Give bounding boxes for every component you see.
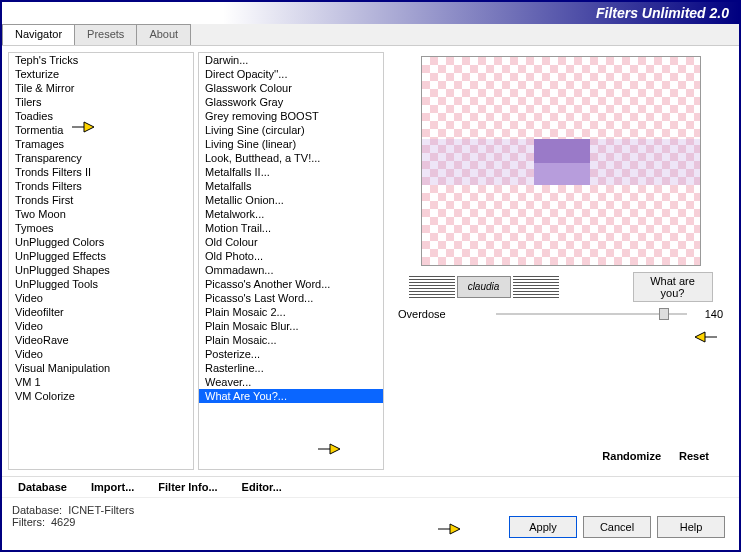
list-item[interactable]: Tramages: [9, 137, 193, 151]
dialog-buttons: Apply Cancel Help: [509, 516, 725, 538]
filters-value: 4629: [51, 516, 75, 528]
slider-thumb[interactable]: [659, 308, 669, 320]
list-item[interactable]: Motion Trail...: [199, 221, 383, 235]
randomize-button[interactable]: Randomize: [602, 450, 661, 462]
tab-about[interactable]: About: [136, 24, 191, 45]
list-item[interactable]: Plain Mosaic 2...: [199, 305, 383, 319]
tabs: Navigator Presets About: [2, 24, 739, 46]
list-item[interactable]: Tronds Filters II: [9, 165, 193, 179]
filter-list[interactable]: Darwin...Direct Opacity''...Glasswork Co…: [198, 52, 384, 470]
apply-button[interactable]: Apply: [509, 516, 577, 538]
list-item[interactable]: UnPlugged Colors: [9, 235, 193, 249]
list-item[interactable]: Videofilter: [9, 305, 193, 319]
list-item[interactable]: Posterize...: [199, 347, 383, 361]
list-item[interactable]: Tilers: [9, 95, 193, 109]
list-item[interactable]: Direct Opacity''...: [199, 67, 383, 81]
pointer-icon: [70, 118, 96, 136]
list-item[interactable]: Texturize: [9, 67, 193, 81]
list-item[interactable]: Living Sine (circular): [199, 123, 383, 137]
pointer-icon: [316, 440, 342, 458]
pointer-icon: [436, 520, 462, 538]
watermark: claudia What are you?: [409, 272, 713, 302]
list-item[interactable]: VM Colorize: [9, 389, 193, 403]
list-item[interactable]: What Are You?...: [199, 389, 383, 403]
tab-navigator[interactable]: Navigator: [2, 24, 75, 45]
list-item[interactable]: Look, Butthead, a TV!...: [199, 151, 383, 165]
list-item[interactable]: Metalwork...: [199, 207, 383, 221]
db-label: Database:: [12, 504, 62, 516]
slider-track[interactable]: [496, 313, 687, 315]
pointer-icon: [693, 328, 719, 346]
list-item[interactable]: Video: [9, 291, 193, 305]
list-item[interactable]: Old Photo...: [199, 249, 383, 263]
list-item[interactable]: Metalfalls II...: [199, 165, 383, 179]
cancel-button[interactable]: Cancel: [583, 516, 651, 538]
list-item[interactable]: Living Sine (linear): [199, 137, 383, 151]
list-item[interactable]: Rasterline...: [199, 361, 383, 375]
list-item[interactable]: Tile & Mirror: [9, 81, 193, 95]
list-item[interactable]: Plain Mosaic Blur...: [199, 319, 383, 333]
right-buttons: Randomize Reset: [392, 446, 729, 466]
list-item[interactable]: Tymoes: [9, 221, 193, 235]
list-item[interactable]: Old Colour: [199, 235, 383, 249]
list-item[interactable]: Tronds Filters: [9, 179, 193, 193]
editor-button[interactable]: Editor...: [242, 481, 282, 493]
reset-button[interactable]: Reset: [679, 450, 709, 462]
tab-presets[interactable]: Presets: [74, 24, 137, 45]
list-item[interactable]: Toadies: [9, 109, 193, 123]
title-bar: Filters Unlimited 2.0: [2, 2, 739, 24]
import-button[interactable]: Import...: [91, 481, 134, 493]
list-item[interactable]: Metalfalls: [199, 179, 383, 193]
help-button[interactable]: Help: [657, 516, 725, 538]
preview-image: [421, 56, 701, 266]
list-item[interactable]: Ommadawn...: [199, 263, 383, 277]
list-item[interactable]: Video: [9, 319, 193, 333]
list-item[interactable]: Visual Manipulation: [9, 361, 193, 375]
list-item[interactable]: Two Moon: [9, 207, 193, 221]
db-value: ICNET-Filters: [68, 504, 134, 516]
list-item[interactable]: Video: [9, 347, 193, 361]
main-panel: Teph's TricksTexturizeTile & MirrorTiler…: [2, 46, 739, 476]
list-item[interactable]: Picasso's Another Word...: [199, 277, 383, 291]
list-item[interactable]: Glasswork Gray: [199, 95, 383, 109]
list-item[interactable]: UnPlugged Tools: [9, 277, 193, 291]
list-item[interactable]: Glasswork Colour: [199, 81, 383, 95]
bottom-toolbar: Database Import... Filter Info... Editor…: [2, 476, 739, 497]
slider-label: Overdose: [398, 308, 488, 320]
slider-overdose[interactable]: Overdose 140: [392, 302, 729, 326]
list-item[interactable]: VideoRave: [9, 333, 193, 347]
list-item[interactable]: Teph's Tricks: [9, 53, 193, 67]
list-item[interactable]: UnPlugged Shapes: [9, 263, 193, 277]
list-item[interactable]: Picasso's Last Word...: [199, 291, 383, 305]
watermark-text: claudia: [457, 276, 511, 298]
list-item[interactable]: Plain Mosaic...: [199, 333, 383, 347]
filterinfo-button[interactable]: Filter Info...: [158, 481, 217, 493]
list-item[interactable]: UnPlugged Effects: [9, 249, 193, 263]
app-title: Filters Unlimited 2.0: [596, 5, 729, 21]
list-item[interactable]: Darwin...: [199, 53, 383, 67]
list-item[interactable]: Metallic Onion...: [199, 193, 383, 207]
category-list[interactable]: Teph's TricksTexturizeTile & MirrorTiler…: [8, 52, 194, 470]
slider-value: 140: [695, 308, 723, 320]
list-item[interactable]: Tormentia: [9, 123, 193, 137]
param-title: What are you?: [633, 272, 713, 302]
list-item[interactable]: Transparency: [9, 151, 193, 165]
list-item[interactable]: Weaver...: [199, 375, 383, 389]
preview-panel: claudia What are you? Overdose 140 Rando…: [388, 52, 733, 470]
filters-label: Filters:: [12, 516, 45, 528]
list-item[interactable]: Tronds First: [9, 193, 193, 207]
list-item[interactable]: VM 1: [9, 375, 193, 389]
database-button[interactable]: Database: [18, 481, 67, 493]
list-item[interactable]: Grey removing BOOST: [199, 109, 383, 123]
